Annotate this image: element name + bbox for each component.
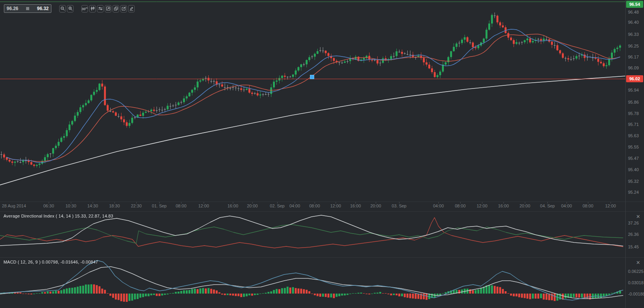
time-tick-label: 08:00 — [176, 204, 187, 208]
time-tick-mark — [336, 202, 336, 204]
macd-indicator-panel: MACD ( 12, 26, 9 ) 0.00798, -0.01646, -0… — [0, 258, 644, 308]
time-tick-label: 10:30 — [65, 204, 76, 208]
price-tick-label: 95.71 — [628, 122, 639, 127]
price-tick-label: 95.32 — [628, 179, 639, 184]
price-chart-panel: 96.54 96.02 96.4896.4096.3396.2596.1796.… — [0, 0, 644, 202]
time-tick-mark — [399, 202, 399, 204]
axis-separator — [625, 0, 626, 308]
time-tick-label: 12:00 — [477, 204, 487, 208]
price-tick-label: 95.78 — [628, 111, 639, 116]
timeframe-button[interactable]: 30m — [81, 5, 88, 12]
ask-price-label: 96.54 — [626, 1, 643, 8]
time-tick-mark — [71, 202, 71, 204]
time-tick-mark — [482, 202, 482, 204]
indicators-icon — [98, 6, 103, 11]
time-tick-mark — [547, 202, 548, 204]
time-tick-mark — [181, 202, 181, 204]
time-tick-label: 28 Aug 2014 — [2, 204, 26, 208]
time-tick-mark — [438, 202, 439, 204]
timeframe-label: 30m — [82, 7, 88, 11]
price-tick-label: 96.40 — [628, 20, 639, 25]
draw-icon — [129, 6, 134, 11]
time-tick-label: 06:30 — [43, 204, 54, 208]
zoom-in-icon — [68, 6, 73, 11]
time-tick-label: 04:00 — [433, 204, 444, 208]
time-tick-mark — [525, 202, 525, 204]
price-tick-label: 95.94 — [628, 88, 639, 92]
time-tick-label: 16:00 — [350, 204, 361, 208]
edit-button[interactable] — [120, 5, 127, 12]
macd-tick-label: -0.00188 — [628, 292, 644, 296]
time-axis[interactable]: 28 Aug 201406:3010:3014:3018:3022:3001. … — [0, 202, 644, 212]
adx-indicator-panel: Average Directional Index ( 14, 14 ) 15.… — [0, 212, 644, 258]
edit-icon — [121, 6, 126, 11]
adx-close-button[interactable]: ✕ — [635, 213, 642, 220]
time-tick-mark — [503, 202, 504, 204]
time-tick-label: 20:00 — [519, 204, 530, 208]
adx-title: Average Directional Index ( 14, 14 ) 15.… — [4, 214, 113, 218]
selected-point-marker[interactable] — [310, 75, 314, 79]
price-tick-label: 95.40 — [628, 167, 639, 172]
price-tick-label: 96.25 — [628, 44, 639, 48]
ask-price: 96.32 — [37, 6, 49, 11]
time-tick-label: 14:30 — [87, 204, 98, 208]
quote-box[interactable]: 96.26 96.32 — [4, 4, 51, 13]
time-tick-mark — [588, 202, 588, 204]
time-tick-mark — [114, 202, 115, 204]
macd-tick-label: 0.03018 — [628, 280, 644, 285]
adx-canvas[interactable] — [0, 212, 625, 257]
adx-tick-label: 15.45 — [628, 244, 639, 249]
chart-type-button[interactable] — [89, 5, 96, 12]
time-tick-label: 12:00 — [330, 204, 341, 208]
time-tick-mark — [204, 202, 204, 204]
time-tick-label: 08:00 — [309, 204, 320, 208]
indicators-button[interactable] — [97, 5, 104, 12]
duplicate-button[interactable] — [113, 5, 119, 12]
time-tick-mark — [355, 202, 356, 204]
bid-price: 96.26 — [7, 6, 18, 11]
time-tick-label: 01. Sep — [152, 204, 167, 208]
time-tick-mark — [136, 202, 137, 204]
price-tick-label: 96.33 — [628, 32, 639, 37]
adx-tick-label: 26.36 — [628, 232, 639, 237]
price-tick-label: 96.09 — [628, 65, 639, 70]
zoom-out-icon — [60, 6, 65, 11]
time-tick-label: 04:00 — [289, 204, 300, 208]
adx-tick-label: 37.26 — [628, 221, 639, 225]
chart-type-candles-icon — [90, 6, 95, 11]
time-tick-mark — [295, 202, 295, 204]
last-price-label: 96.02 — [626, 75, 643, 82]
time-tick-label: 04:00 — [561, 204, 572, 208]
time-tick-label: 04. Sep — [540, 204, 555, 208]
time-tick-label: 20:00 — [247, 204, 258, 208]
time-tick-mark — [277, 202, 278, 204]
time-tick-label: 16:00 — [227, 204, 238, 208]
time-tick-mark — [93, 202, 93, 204]
time-tick-mark — [49, 202, 49, 204]
price-tick-label: 95.63 — [628, 133, 639, 138]
time-tick-label: 12:00 — [198, 204, 209, 208]
time-tick-label: 08:00 — [582, 204, 593, 208]
spread-indicator-icon — [26, 7, 29, 10]
draw-button[interactable] — [128, 5, 135, 12]
chart-toolbar: 96.26 96.32 30m — [4, 4, 135, 13]
macd-close-button[interactable]: ✕ — [635, 259, 642, 266]
time-tick-label: 16:00 — [498, 204, 509, 208]
time-tick-mark — [315, 202, 315, 204]
price-tick-label: 95.24 — [628, 190, 639, 195]
macd-title: MACD ( 12, 26, 9 ) 0.00798, -0.01646, -0… — [4, 260, 98, 264]
expand-button[interactable] — [105, 5, 111, 12]
price-tick-label: 96.48 — [628, 10, 639, 14]
price-tick-label: 95.55 — [628, 145, 639, 149]
time-tick-mark — [567, 202, 567, 204]
price-tick-label: 95.86 — [628, 100, 639, 104]
price-tick-label: 95.47 — [628, 156, 639, 161]
time-tick-mark — [233, 202, 233, 204]
time-tick-label: 08:00 — [455, 204, 466, 208]
expand-icon — [106, 6, 111, 11]
price-chart-canvas[interactable] — [0, 0, 625, 202]
trading-chart-window: 96.54 96.02 96.4896.4096.3396.2596.1796.… — [0, 0, 644, 308]
zoom-out-button[interactable] — [59, 5, 66, 12]
zoom-in-button[interactable] — [67, 5, 74, 12]
macd-canvas[interactable] — [0, 258, 625, 308]
